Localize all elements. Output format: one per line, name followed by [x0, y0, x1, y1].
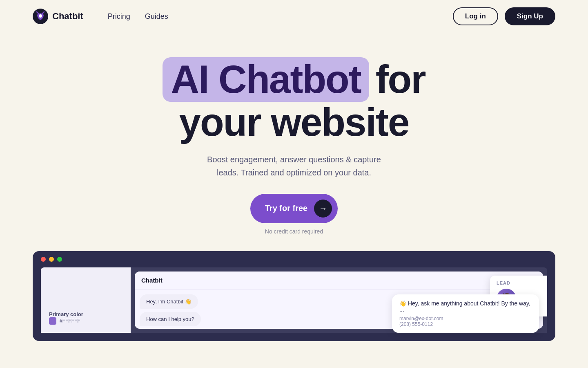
chat-bubble-2: How can I help you?: [140, 312, 201, 326]
color-hex: #FFFFFF: [60, 318, 80, 324]
dot-green: [57, 257, 62, 262]
color-panel-label: Primary color: [49, 311, 122, 317]
logo-text: Chatbit: [52, 11, 83, 22]
logo-icon: [33, 9, 48, 24]
nav-guides[interactable]: Guides: [145, 12, 168, 21]
color-panel: Primary color #FFFFFF: [41, 267, 131, 333]
login-button[interactable]: Log in: [453, 7, 498, 25]
mockup-section: Primary color #FFFFFF Chatbit ↻ ✕: [0, 251, 588, 341]
dot-yellow: [49, 257, 54, 262]
hero-subtitle: Boost engagement, answer questions & cap…: [207, 153, 381, 179]
hero-section: AI Chatbot for your website Boost engage…: [0, 33, 588, 235]
hero-highlight: AI Chatbot: [163, 57, 369, 102]
hero-title-line2: your website: [163, 102, 425, 143]
chat-widget: 👋 Hey, ask me anything about Chatbit! By…: [392, 294, 539, 333]
browser-toolbar: [33, 251, 555, 267]
color-swatch-row: #FFFFFF: [49, 317, 122, 325]
lead-badge: Lead: [497, 280, 547, 285]
try-free-button[interactable]: Try for free →: [250, 194, 338, 223]
chat-widget-email: marvin@ex-dot.com (208) 555-0112: [399, 316, 532, 327]
signup-button[interactable]: Sign Up: [505, 7, 555, 25]
cta-container: Try for free → No credit card required: [250, 194, 338, 235]
hero-title-line1: AI Chatbot for: [163, 57, 425, 102]
logo[interactable]: Chatbit: [33, 9, 83, 24]
arrow-icon: →: [314, 200, 332, 218]
nav: Pricing Guides: [108, 12, 168, 21]
dot-red: [41, 257, 46, 262]
header: Chatbit Pricing Guides Log in Sign Up: [0, 0, 588, 33]
chat-panel-header: Chatbit ↻ ✕: [135, 272, 543, 289]
browser-window: Primary color #FFFFFF Chatbit ↻ ✕: [33, 251, 555, 341]
header-right: Log in Sign Up: [453, 7, 555, 25]
chat-panel-title: Chatbit: [141, 277, 163, 284]
color-swatch: [49, 317, 56, 325]
chat-widget-message: 👋 Hey, ask me anything about Chatbit! By…: [399, 300, 532, 313]
svg-point-1: [39, 14, 42, 18]
no-credit-card-text: No credit card required: [265, 228, 323, 235]
nav-pricing[interactable]: Pricing: [108, 12, 130, 21]
header-left: Chatbit Pricing Guides: [33, 9, 168, 24]
chat-bubble-1: Hey, I'm Chatbit 👋: [140, 294, 198, 309]
hero-title: AI Chatbot for your website: [163, 57, 425, 143]
